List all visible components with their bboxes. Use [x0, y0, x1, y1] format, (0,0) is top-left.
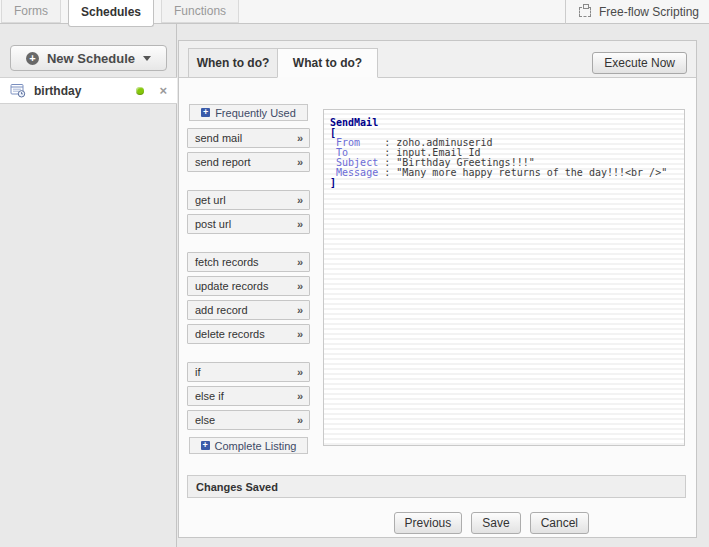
action-group: if»else if»else» [187, 362, 310, 430]
sidebar: + New Schedule birthday × [0, 24, 177, 547]
action-button-label: post url [195, 218, 231, 230]
free-flow-scripting-label: Free-flow Scripting [599, 5, 699, 19]
complete-listing-label: Complete Listing [215, 440, 297, 452]
double-chevron-icon: » [297, 280, 302, 292]
action-button-label: update records [195, 280, 268, 292]
chevron-down-icon [143, 56, 151, 61]
action-button-label: else if [195, 390, 224, 402]
double-chevron-icon: » [297, 218, 302, 230]
script-actions-column: + Frequently Used send mail»send report»… [187, 104, 310, 461]
complete-listing-button[interactable]: + Complete Listing [189, 437, 308, 454]
action-button-else[interactable]: else» [187, 410, 310, 430]
action-group: get url»post url» [187, 190, 310, 234]
save-button[interactable]: Save [471, 512, 520, 534]
code-line: SendMail [330, 118, 678, 128]
close-icon[interactable]: × [159, 86, 167, 96]
status-text: Changes Saved [196, 481, 278, 493]
frequently-used-label: Frequently Used [215, 107, 296, 119]
double-chevron-icon: » [297, 256, 302, 268]
code-line: Message : "Many more happy returns of th… [330, 168, 678, 178]
script-code: SendMail[ From : zoho.adminuserid To : i… [330, 118, 678, 188]
action-button-groups: send mail»send report»get url»post url»f… [187, 128, 310, 430]
plus-square-icon: + [201, 441, 210, 450]
cancel-button[interactable]: Cancel [530, 512, 589, 534]
action-button-label: get url [195, 194, 226, 206]
execute-now-button[interactable]: Execute Now [592, 52, 687, 74]
action-button-label: else [195, 414, 215, 426]
script-editor[interactable]: SendMail[ From : zoho.adminuserid To : i… [323, 109, 685, 446]
action-button-get-url[interactable]: get url» [187, 190, 310, 210]
action-group: send mail»send report» [187, 128, 310, 172]
previous-button[interactable]: Previous [394, 512, 463, 534]
panel-tab-bar: When to do? What to do? Execute Now [179, 41, 696, 78]
tab-schedules[interactable]: Schedules [68, 0, 154, 27]
schedule-icon [10, 83, 26, 98]
new-schedule-label: New Schedule [47, 51, 135, 66]
action-button-label: send mail [195, 132, 242, 144]
action-button-send-mail[interactable]: send mail» [187, 128, 310, 148]
double-chevron-icon: » [297, 390, 302, 402]
action-button-send-report[interactable]: send report» [187, 152, 310, 172]
free-flow-scripting-icon [579, 7, 591, 17]
plus-circle-icon: + [26, 52, 39, 65]
action-button-delete-records[interactable]: delete records» [187, 324, 310, 344]
schedule-item-label: birthday [34, 84, 128, 98]
double-chevron-icon: » [297, 194, 302, 206]
footer-buttons: Previous Save Cancel [179, 512, 589, 534]
action-button-label: send report [195, 156, 251, 168]
action-button-update-records[interactable]: update records» [187, 276, 310, 296]
double-chevron-icon: » [297, 366, 302, 378]
tab-forms[interactable]: Forms [1, 0, 61, 23]
free-flow-scripting-button[interactable]: Free-flow Scripting [565, 0, 709, 24]
action-button-fetch-records[interactable]: fetch records» [187, 252, 310, 272]
sidebar-item-birthday[interactable]: birthday × [0, 77, 177, 104]
status-bar: Changes Saved [187, 475, 686, 498]
tab-when-to-do[interactable]: When to do? [188, 48, 278, 78]
frequently-used-button[interactable]: + Frequently Used [189, 104, 308, 121]
top-bar: Forms Schedules Functions Free-flow Scri… [0, 0, 709, 24]
double-chevron-icon: » [297, 156, 302, 168]
double-chevron-icon: » [297, 328, 302, 340]
double-chevron-icon: » [297, 132, 302, 144]
action-button-label: add record [195, 304, 248, 316]
code-line: ] [330, 178, 678, 188]
double-chevron-icon: » [297, 414, 302, 426]
new-schedule-button[interactable]: + New Schedule [10, 45, 167, 71]
tab-functions[interactable]: Functions [161, 0, 239, 23]
action-button-post-url[interactable]: post url» [187, 214, 310, 234]
action-button-else-if[interactable]: else if» [187, 386, 310, 406]
action-button-if[interactable]: if» [187, 362, 310, 382]
tab-what-to-do[interactable]: What to do? [277, 48, 378, 78]
action-button-label: delete records [195, 328, 265, 340]
action-button-add-record[interactable]: add record» [187, 300, 310, 320]
action-button-label: fetch records [195, 256, 259, 268]
plus-square-icon: + [201, 108, 210, 117]
action-group: fetch records»update records»add record»… [187, 252, 310, 344]
action-button-label: if [195, 366, 201, 378]
active-status-dot [136, 87, 144, 95]
main-panel: When to do? What to do? Execute Now + Fr… [178, 40, 697, 538]
double-chevron-icon: » [297, 304, 302, 316]
